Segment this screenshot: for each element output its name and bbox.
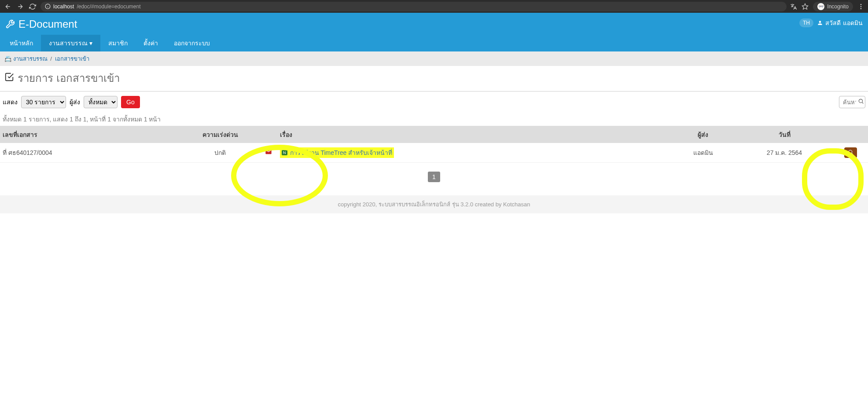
back-button[interactable] <box>4 2 12 11</box>
search-icon <box>848 149 853 155</box>
url-path: /edoc/#module=edocument <box>77 4 140 10</box>
incognito-label: Incognito <box>827 4 849 10</box>
cell-date: 27 ม.ค. 2564 <box>736 143 833 163</box>
star-icon[interactable] <box>802 3 809 10</box>
language-badge[interactable]: TH <box>799 18 813 27</box>
browser-menu-icon[interactable] <box>857 3 864 10</box>
new-badge-icon: N <box>282 150 287 155</box>
page-current[interactable]: 1 <box>428 172 440 182</box>
user-icon <box>817 20 823 26</box>
app-header: E-Document TH สวัสดี แอดมิน <box>0 13 868 35</box>
go-button[interactable]: Go <box>121 96 140 108</box>
cell-priority: ปกติ <box>180 143 260 163</box>
cell-docno: ที่ ศธ640127/0004 <box>0 143 180 163</box>
chevron-down-icon: ▾ <box>89 40 92 47</box>
nav-home[interactable]: หน้าหลัก <box>2 35 41 51</box>
svg-line-10 <box>852 153 853 154</box>
list-check-icon <box>4 72 14 84</box>
url-bar[interactable]: localhost/edoc/#module=edocument <box>40 2 787 11</box>
cell-sender: แอดมิน <box>670 143 736 163</box>
result-summary: ทั้งหมด 1 รายการ, แสดง 1 ถึง 1, หน้าที่ … <box>0 113 868 126</box>
breadcrumb: 📇 งานสารบรรณ / เอกสารขาเข้า <box>0 51 868 66</box>
reload-button[interactable] <box>28 2 37 11</box>
filter-toolbar: แสดง 30 รายการ ผู้ส่ง ทั้งหมด Go <box>0 92 868 113</box>
col-date: วันที่ <box>736 126 833 143</box>
breadcrumb-icon: 📇 <box>4 55 11 62</box>
table-row: ที่ ศธ640127/0004 ปกติ N การใช้งาน TimeT… <box>0 143 868 163</box>
app-title: E-Document <box>5 18 77 35</box>
svg-line-8 <box>862 103 864 104</box>
url-host: localhost <box>53 4 74 10</box>
show-count-select[interactable]: 30 รายการ <box>21 96 66 108</box>
svg-point-7 <box>859 99 862 103</box>
nav-settings[interactable]: ตั้งค่า <box>136 35 166 51</box>
breadcrumb-item-1[interactable]: งานสารบรรณ <box>13 55 48 62</box>
svg-point-4 <box>861 4 862 5</box>
documents-table: เลขที่เอกสาร ความเร่งด่วน เรื่อง ผู้ส่ง … <box>0 126 868 163</box>
browser-chrome: localhost/edoc/#module=edocument 👓 Incog… <box>0 0 868 13</box>
footer: copyright 2020, ระบบสารบรรณอิเล็กทรอนิกส… <box>0 195 868 213</box>
search-input[interactable] <box>843 99 856 106</box>
main-nav: หน้าหลัก งานสารบรรณ ▾ สมาชิก ตั้งค่า ออก… <box>0 35 868 51</box>
svg-point-6 <box>861 8 862 9</box>
pagination: 1 <box>0 163 868 195</box>
col-subject: เรื่อง <box>277 126 670 143</box>
page-title: รายการ เอกสารขาเข้า <box>0 66 868 92</box>
cell-subject[interactable]: N การใช้งาน TimeTree สำหรับเจ้าหน้าที่ <box>277 143 670 163</box>
col-priority: ความเร่งด่วน <box>180 126 260 143</box>
user-greeting[interactable]: สวัสดี แอดมิน <box>817 18 863 28</box>
sender-label: ผู้ส่ง <box>70 97 80 107</box>
col-sender: ผู้ส่ง <box>670 126 736 143</box>
col-docno: เลขที่เอกสาร <box>0 126 180 143</box>
svg-point-5 <box>861 6 862 7</box>
nav-documents[interactable]: งานสารบรรณ ▾ <box>41 35 100 51</box>
wrench-cross-icon <box>5 19 15 29</box>
reload-icon <box>29 3 36 10</box>
incognito-icon: 👓 <box>817 3 824 10</box>
svg-marker-3 <box>802 4 808 9</box>
mail-unread-icon <box>265 149 272 157</box>
arrow-left-icon <box>4 3 11 10</box>
svg-point-9 <box>849 150 852 154</box>
nav-members[interactable]: สมาชิก <box>100 35 136 51</box>
nav-logout[interactable]: ออกจากระบบ <box>166 35 218 51</box>
info-icon <box>45 4 51 9</box>
arrow-right-icon <box>17 3 24 10</box>
breadcrumb-item-2[interactable]: เอกสารขาเข้า <box>55 55 89 62</box>
table-header-row: เลขที่เอกสาร ความเร่งด่วน เรื่อง ผู้ส่ง … <box>0 126 868 143</box>
forward-button[interactable] <box>16 2 25 11</box>
translate-icon[interactable] <box>790 3 797 10</box>
show-label: แสดง <box>3 97 18 107</box>
search-icon[interactable] <box>858 98 864 106</box>
incognito-badge: 👓 Incognito <box>813 2 853 11</box>
sender-select[interactable]: ทั้งหมด <box>84 96 118 108</box>
view-button[interactable] <box>844 147 857 158</box>
cell-mail-status <box>260 143 277 163</box>
search-box[interactable] <box>839 96 865 108</box>
